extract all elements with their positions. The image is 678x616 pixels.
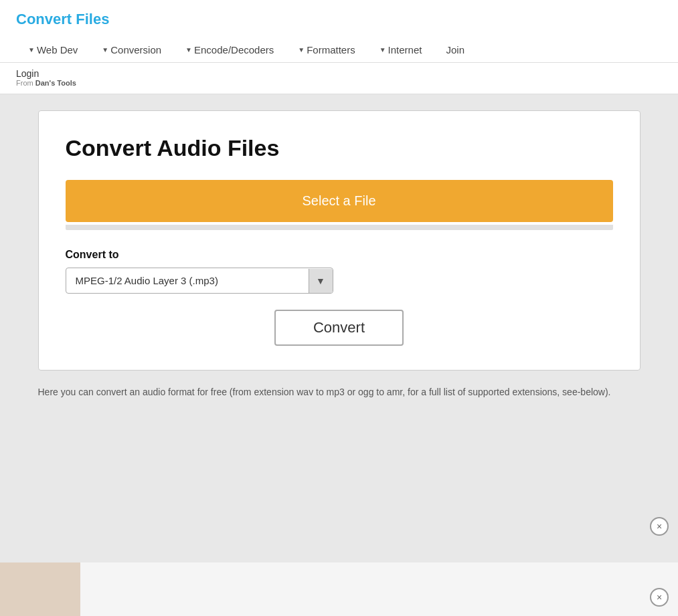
- nav-item-encoders[interactable]: ▼ Encode/Decoders: [173, 37, 286, 62]
- nav-item-formatters[interactable]: ▼ Formatters: [286, 37, 367, 62]
- format-select[interactable]: MPEG-1/2 Audio Layer 3 (.mp3) Waveform A…: [66, 268, 309, 293]
- nav-label-conversion: Conversion: [110, 44, 161, 56]
- nav-label-encoders: Encode/Decoders: [194, 44, 274, 56]
- file-input-bar: [66, 225, 613, 230]
- login-sub-prefix: From: [16, 79, 35, 87]
- nav-label-webdev: Web Dev: [37, 44, 78, 56]
- nav-label-internet: Internet: [388, 44, 422, 56]
- login-label[interactable]: Login: [16, 68, 662, 79]
- main-content: Convert Audio Files Select a File Conver…: [0, 94, 678, 562]
- format-select-arrow-icon: ▼: [309, 269, 333, 293]
- convert-btn-wrapper: Convert: [66, 310, 613, 346]
- close-button-1[interactable]: ×: [650, 517, 669, 536]
- nav-item-internet[interactable]: ▼ Internet: [367, 37, 434, 62]
- nav-arrow-internet: ▼: [379, 46, 386, 54]
- nav-arrow-formatters: ▼: [298, 46, 305, 54]
- nav-arrow-webdev: ▼: [28, 46, 35, 54]
- description-text: Here you can convert an audio format for…: [38, 387, 641, 397]
- card-title: Convert Audio Files: [66, 135, 613, 161]
- site-title[interactable]: Convert Files: [16, 11, 109, 28]
- convert-button[interactable]: Convert: [274, 310, 404, 346]
- format-select-wrapper: MPEG-1/2 Audio Layer 3 (.mp3) Waveform A…: [66, 268, 333, 294]
- bottom-ad-area: [0, 562, 80, 616]
- convert-to-section: Convert to MPEG-1/2 Audio Layer 3 (.mp3)…: [66, 249, 613, 294]
- login-sub: From Dan's Tools: [16, 79, 662, 87]
- close-icon-2: ×: [657, 592, 662, 603]
- nav-label-formatters: Formatters: [307, 44, 355, 56]
- close-button-2[interactable]: ×: [650, 588, 669, 607]
- header: Convert Files ▼ Web Dev ▼ Conversion ▼ E…: [0, 0, 678, 63]
- login-brand: Dan's Tools: [35, 79, 76, 87]
- login-bar: Login From Dan's Tools: [0, 63, 678, 94]
- nav-arrow-encoders: ▼: [185, 46, 192, 54]
- nav-item-conversion[interactable]: ▼ Conversion: [90, 37, 173, 62]
- nav-arrow-conversion: ▼: [102, 46, 108, 54]
- select-file-button[interactable]: Select a File: [66, 180, 613, 222]
- nav-label-join: Join: [446, 44, 464, 56]
- convert-to-label: Convert to: [66, 249, 613, 261]
- nav-item-join[interactable]: Join: [434, 37, 477, 62]
- converter-card: Convert Audio Files Select a File Conver…: [38, 110, 641, 371]
- close-icon-1: ×: [657, 521, 662, 532]
- main-nav: ▼ Web Dev ▼ Conversion ▼ Encode/Decoders…: [16, 37, 662, 62]
- nav-item-webdev[interactable]: ▼ Web Dev: [16, 37, 90, 62]
